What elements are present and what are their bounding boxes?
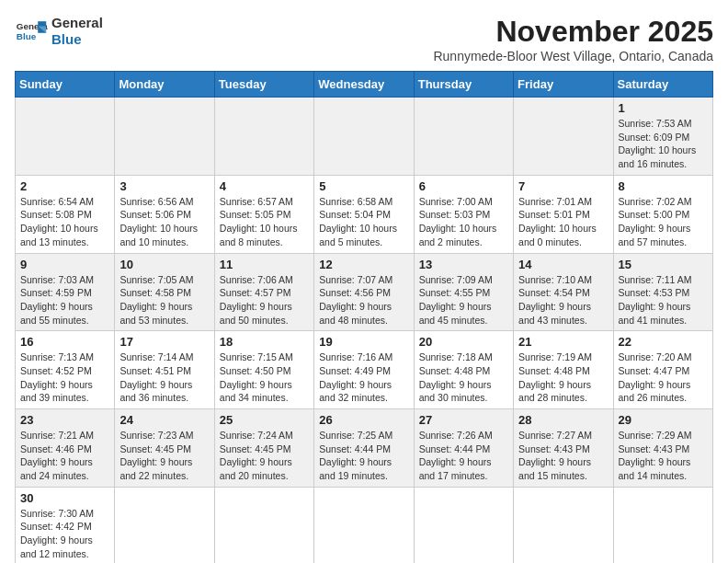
calendar-cell: [414, 98, 513, 176]
weekday-header-sunday: Sunday: [16, 72, 115, 98]
day-info: Sunrise: 7:06 AM Sunset: 4:57 PM Dayligh…: [220, 273, 309, 327]
header: General Blue General Blue November 2025 …: [15, 15, 713, 63]
calendar-cell: 23Sunrise: 7:21 AM Sunset: 4:46 PM Dayli…: [16, 409, 115, 488]
weekday-header-monday: Monday: [115, 72, 214, 98]
calendar-cell: 9Sunrise: 7:03 AM Sunset: 4:59 PM Daylig…: [16, 253, 115, 331]
day-info: Sunrise: 7:53 AM Sunset: 6:09 PM Dayligh…: [619, 117, 708, 171]
calendar-cell: 1Sunrise: 7:53 AM Sunset: 6:09 PM Daylig…: [613, 98, 712, 176]
day-number: 23: [20, 413, 109, 427]
day-number: 3: [119, 179, 209, 193]
day-number: 10: [119, 258, 209, 271]
calendar-cell: 20Sunrise: 7:18 AM Sunset: 4:48 PM Dayli…: [414, 331, 513, 409]
day-number: 7: [518, 179, 608, 193]
day-number: 22: [619, 335, 708, 349]
calendar-cell: 4Sunrise: 6:57 AM Sunset: 5:05 PM Daylig…: [214, 175, 313, 253]
day-info: Sunrise: 7:05 AM Sunset: 4:58 PM Dayligh…: [119, 273, 209, 327]
logo: General Blue General Blue: [15, 15, 103, 48]
day-number: 18: [220, 335, 309, 349]
calendar-cell: 11Sunrise: 7:06 AM Sunset: 4:57 PM Dayli…: [214, 253, 313, 331]
calendar-cell: 2Sunrise: 6:54 AM Sunset: 5:08 PM Daylig…: [16, 175, 115, 253]
day-number: 27: [419, 413, 508, 427]
calendar-week-row: 1Sunrise: 7:53 AM Sunset: 6:09 PM Daylig…: [16, 98, 713, 176]
calendar-cell: 8Sunrise: 7:02 AM Sunset: 5:00 PM Daylig…: [613, 175, 712, 253]
day-number: 21: [518, 335, 608, 349]
weekday-header-thursday: Thursday: [414, 72, 513, 98]
day-number: 16: [20, 335, 109, 349]
day-info: Sunrise: 6:58 AM Sunset: 5:04 PM Dayligh…: [319, 195, 408, 249]
day-info: Sunrise: 7:16 AM Sunset: 4:49 PM Dayligh…: [319, 350, 408, 405]
day-info: Sunrise: 7:07 AM Sunset: 4:56 PM Dayligh…: [319, 273, 408, 327]
day-info: Sunrise: 7:23 AM Sunset: 4:45 PM Dayligh…: [119, 429, 209, 483]
day-number: 4: [220, 179, 309, 193]
calendar-cell: 15Sunrise: 7:11 AM Sunset: 4:53 PM Dayli…: [613, 253, 712, 331]
calendar-cell: 12Sunrise: 7:07 AM Sunset: 4:56 PM Dayli…: [314, 253, 414, 331]
day-number: 19: [319, 335, 408, 349]
calendar-cell: [613, 487, 712, 563]
calendar-cell: 24Sunrise: 7:23 AM Sunset: 4:45 PM Dayli…: [115, 409, 214, 488]
day-number: 25: [220, 413, 309, 427]
weekday-header-saturday: Saturday: [613, 72, 712, 98]
month-title: November 2025: [433, 15, 713, 49]
day-info: Sunrise: 7:27 AM Sunset: 4:43 PM Dayligh…: [518, 429, 608, 483]
calendar-cell: 7Sunrise: 7:01 AM Sunset: 5:01 PM Daylig…: [514, 175, 613, 253]
calendar-cell: 3Sunrise: 6:56 AM Sunset: 5:06 PM Daylig…: [115, 175, 214, 253]
day-info: Sunrise: 7:11 AM Sunset: 4:53 PM Dayligh…: [619, 273, 708, 327]
day-number: 29: [619, 413, 708, 427]
weekday-header-row: SundayMondayTuesdayWednesdayThursdayFrid…: [16, 72, 713, 98]
calendar-cell: 30Sunrise: 7:30 AM Sunset: 4:42 PM Dayli…: [16, 487, 115, 563]
calendar-cell: 18Sunrise: 7:15 AM Sunset: 4:50 PM Dayli…: [214, 331, 313, 409]
calendar-week-row: 2Sunrise: 6:54 AM Sunset: 5:08 PM Daylig…: [16, 175, 713, 253]
calendar-cell: [414, 487, 513, 563]
weekday-header-tuesday: Tuesday: [214, 72, 313, 98]
weekday-header-friday: Friday: [514, 72, 613, 98]
day-number: 5: [319, 179, 408, 193]
day-info: Sunrise: 7:09 AM Sunset: 4:55 PM Dayligh…: [419, 273, 508, 327]
calendar-week-row: 16Sunrise: 7:13 AM Sunset: 4:52 PM Dayli…: [16, 331, 713, 409]
day-info: Sunrise: 7:29 AM Sunset: 4:43 PM Dayligh…: [619, 429, 708, 483]
location-subtitle: Runnymede-Bloor West Village, Ontario, C…: [433, 49, 713, 63]
day-info: Sunrise: 7:01 AM Sunset: 5:01 PM Dayligh…: [518, 195, 608, 249]
day-number: 28: [518, 413, 608, 427]
day-info: Sunrise: 7:10 AM Sunset: 4:54 PM Dayligh…: [518, 273, 608, 327]
calendar-cell: 22Sunrise: 7:20 AM Sunset: 4:47 PM Dayli…: [613, 331, 712, 409]
day-info: Sunrise: 7:21 AM Sunset: 4:46 PM Dayligh…: [20, 429, 109, 483]
day-info: Sunrise: 7:03 AM Sunset: 4:59 PM Dayligh…: [20, 273, 109, 327]
calendar-cell: 29Sunrise: 7:29 AM Sunset: 4:43 PM Dayli…: [613, 409, 712, 488]
calendar-cell: 14Sunrise: 7:10 AM Sunset: 4:54 PM Dayli…: [514, 253, 613, 331]
svg-text:Blue: Blue: [17, 31, 37, 41]
day-number: 14: [518, 258, 608, 271]
calendar-cell: [514, 487, 613, 563]
calendar-cell: 28Sunrise: 7:27 AM Sunset: 4:43 PM Dayli…: [514, 409, 613, 488]
calendar-cell: 26Sunrise: 7:25 AM Sunset: 4:44 PM Dayli…: [314, 409, 414, 488]
weekday-header-wednesday: Wednesday: [314, 72, 414, 98]
calendar-cell: [214, 487, 313, 563]
calendar-cell: 16Sunrise: 7:13 AM Sunset: 4:52 PM Dayli…: [16, 331, 115, 409]
day-number: 30: [20, 491, 109, 505]
logo-general-text: General: [51, 15, 103, 31]
day-info: Sunrise: 6:57 AM Sunset: 5:05 PM Dayligh…: [220, 195, 309, 249]
calendar-cell: [214, 98, 313, 176]
calendar-cell: [16, 98, 115, 176]
calendar-cell: [514, 98, 613, 176]
calendar-cell: 5Sunrise: 6:58 AM Sunset: 5:04 PM Daylig…: [314, 175, 414, 253]
day-info: Sunrise: 7:15 AM Sunset: 4:50 PM Dayligh…: [220, 350, 309, 405]
calendar-cell: 6Sunrise: 7:00 AM Sunset: 5:03 PM Daylig…: [414, 175, 513, 253]
day-info: Sunrise: 6:56 AM Sunset: 5:06 PM Dayligh…: [119, 195, 209, 249]
calendar-cell: 13Sunrise: 7:09 AM Sunset: 4:55 PM Dayli…: [414, 253, 513, 331]
calendar-cell: 19Sunrise: 7:16 AM Sunset: 4:49 PM Dayli…: [314, 331, 414, 409]
calendar-cell: [314, 487, 414, 563]
calendar-table: SundayMondayTuesdayWednesdayThursdayFrid…: [15, 71, 713, 563]
day-number: 11: [220, 258, 309, 271]
day-info: Sunrise: 7:13 AM Sunset: 4:52 PM Dayligh…: [20, 350, 109, 405]
day-info: Sunrise: 7:02 AM Sunset: 5:00 PM Dayligh…: [619, 195, 708, 249]
calendar-week-row: 23Sunrise: 7:21 AM Sunset: 4:46 PM Dayli…: [16, 409, 713, 488]
day-number: 6: [419, 179, 508, 193]
calendar-week-row: 9Sunrise: 7:03 AM Sunset: 4:59 PM Daylig…: [16, 253, 713, 331]
calendar-cell: 10Sunrise: 7:05 AM Sunset: 4:58 PM Dayli…: [115, 253, 214, 331]
day-number: 12: [319, 258, 408, 271]
calendar-cell: [115, 98, 214, 176]
day-number: 26: [319, 413, 408, 427]
calendar-week-row: 30Sunrise: 7:30 AM Sunset: 4:42 PM Dayli…: [16, 487, 713, 563]
calendar-cell: [314, 98, 414, 176]
day-number: 17: [119, 335, 209, 349]
